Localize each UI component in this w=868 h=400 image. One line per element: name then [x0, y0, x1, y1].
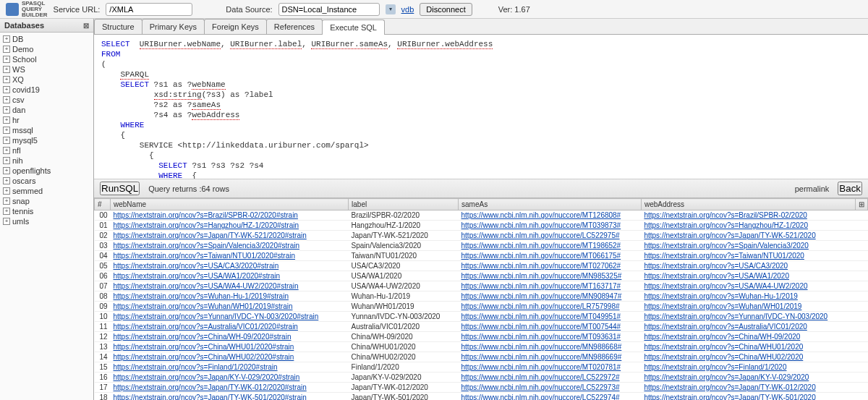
cell-webname[interactable]: https://nextstrain.org/ncov?s=USA/WA4-UW… — [111, 281, 349, 292]
cell-sameas[interactable]: https://www.ncbi.nlm.nih.gov/nuccore/MT1… — [459, 210, 642, 221]
table-row[interactable]: 15https://nextstrain.org/ncov?s=Finland/… — [95, 362, 868, 373]
cell-sameas[interactable]: https://www.ncbi.nlm.nih.gov/nuccore/MN9… — [459, 352, 642, 362]
db-item-Demo[interactable]: +Demo — [3, 44, 90, 54]
table-row[interactable]: 09https://nextstrain.org/ncov?s=Wuhan/WH… — [95, 302, 868, 312]
db-item-oscars[interactable]: +oscars — [3, 176, 90, 186]
db-item-nih[interactable]: +nih — [3, 156, 90, 166]
db-item-mysql5[interactable]: +mysql5 — [3, 135, 90, 145]
cell-webaddress[interactable]: https://nextstrain.org/ncov?s=Hangzhou/H… — [641, 221, 855, 231]
cell-webaddress[interactable]: https://nextstrain.org/ncov?s=China/WHU0… — [641, 342, 855, 352]
db-item-XQ[interactable]: +XQ — [3, 75, 90, 85]
expand-icon[interactable]: + — [3, 157, 10, 164]
db-item-hr[interactable]: +hr — [3, 115, 90, 125]
tab-structure[interactable]: Structure — [94, 19, 142, 34]
db-item-snap[interactable]: +snap — [3, 196, 90, 206]
disconnect-button[interactable]: Disconnect — [420, 3, 472, 16]
expand-icon[interactable]: + — [3, 167, 10, 174]
cell-webname[interactable]: https://nextstrain.org/ncov?s=Yunnan/IVD… — [111, 312, 349, 322]
table-row[interactable]: 04https://nextstrain.org/ncov?s=Taiwan/N… — [95, 251, 868, 261]
results-grid[interactable]: #webNamelabelsameAswebAddress⊞ 00https:/… — [94, 198, 868, 400]
cell-webname[interactable]: https://nextstrain.org/ncov?s=Australia/… — [111, 322, 349, 332]
table-row[interactable]: 07https://nextstrain.org/ncov?s=USA/WA4-… — [95, 281, 868, 292]
cell-webaddress[interactable]: https://nextstrain.org/ncov?s=USA/WA1/20… — [641, 271, 855, 281]
tab-references[interactable]: References — [266, 19, 323, 34]
table-row[interactable]: 01https://nextstrain.org/ncov?s=Hangzhou… — [95, 221, 868, 231]
expand-icon[interactable]: + — [3, 86, 10, 93]
db-item-WS[interactable]: +WS — [3, 64, 90, 75]
close-icon[interactable]: ⊠ — [83, 22, 89, 30]
data-source-input[interactable] — [278, 3, 380, 16]
table-row[interactable]: 16https://nextstrain.org/ncov?s=Japan/KY… — [95, 373, 868, 383]
expand-icon[interactable]: + — [3, 116, 10, 124]
cell-webname[interactable]: https://nextstrain.org/ncov?s=China/WHU0… — [111, 342, 349, 352]
cell-sameas[interactable]: https://www.ncbi.nlm.nih.gov/nuccore/MT0… — [459, 261, 642, 271]
cell-webaddress[interactable]: https://nextstrain.org/ncov?s=USA/WA4-UW… — [641, 281, 855, 292]
cell-webname[interactable]: https://nextstrain.org/ncov?s=Japan/KY-V… — [111, 373, 349, 383]
cell-webaddress[interactable]: https://nextstrain.org/ncov?s=China/WHU0… — [641, 352, 855, 362]
cell-sameas[interactable]: https://www.ncbi.nlm.nih.gov/nuccore/LC5… — [459, 383, 642, 393]
cell-sameas[interactable]: https://www.ncbi.nlm.nih.gov/nuccore/LR7… — [459, 302, 642, 312]
cell-webaddress[interactable]: https://nextstrain.org/ncov?s=Yunnan/IVD… — [641, 312, 855, 322]
db-item-openflights[interactable]: +openflights — [3, 166, 90, 176]
cell-sameas[interactable]: https://www.ncbi.nlm.nih.gov/nuccore/MT0… — [459, 221, 642, 231]
expand-icon[interactable]: + — [3, 218, 10, 225]
cell-webname[interactable]: https://nextstrain.org/ncov?s=USA/CA3/20… — [111, 261, 349, 271]
cell-webaddress[interactable]: https://nextstrain.org/ncov?s=Wuhan/WH01… — [641, 302, 855, 312]
cell-webname[interactable]: https://nextstrain.org/ncov?s=China/WH-0… — [111, 332, 349, 342]
db-item-umls[interactable]: +umls — [3, 216, 90, 226]
cell-webname[interactable]: https://nextstrain.org/ncov?s=Spain/Vale… — [111, 241, 349, 251]
db-item-DB[interactable]: +DB — [3, 34, 90, 44]
expand-icon[interactable]: + — [3, 187, 10, 195]
db-item-nfl[interactable]: +nfl — [3, 145, 90, 156]
expand-icon[interactable]: + — [3, 56, 10, 63]
cell-sameas[interactable]: https://www.ncbi.nlm.nih.gov/nuccore/MT1… — [459, 281, 642, 292]
db-item-csv[interactable]: +csv — [3, 95, 90, 105]
table-row[interactable]: 02https://nextstrain.org/ncov?s=Japan/TY… — [95, 231, 868, 241]
cell-webaddress[interactable]: https://nextstrain.org/ncov?s=Spain/Vale… — [641, 241, 855, 251]
cell-webname[interactable]: https://nextstrain.org/ncov?s=Brazil/SPB… — [111, 210, 349, 221]
cell-webname[interactable]: https://nextstrain.org/ncov?s=Wuhan/WH01… — [111, 302, 349, 312]
db-item-semmed[interactable]: +semmed — [3, 186, 90, 196]
col-sameAs[interactable]: sameAs — [459, 199, 642, 210]
table-row[interactable]: 14https://nextstrain.org/ncov?s=China/WH… — [95, 352, 868, 362]
expand-icon[interactable]: + — [3, 46, 10, 53]
expand-icon[interactable]: + — [3, 96, 10, 103]
cell-sameas[interactable]: https://www.ncbi.nlm.nih.gov/nuccore/MT0… — [459, 251, 642, 261]
back-button[interactable]: Back — [838, 182, 862, 195]
tab-foreign-keys[interactable]: Foreign Keys — [204, 19, 267, 34]
expand-icon[interactable]: + — [3, 106, 10, 114]
cell-webname[interactable]: https://nextstrain.org/ncov?s=Japan/TY-W… — [111, 231, 349, 241]
cell-sameas[interactable]: https://www.ncbi.nlm.nih.gov/nuccore/MT0… — [459, 332, 642, 342]
col-webName[interactable]: webName — [111, 199, 349, 210]
cell-sameas[interactable]: https://www.ncbi.nlm.nih.gov/nuccore/MT1… — [459, 241, 642, 251]
cell-sameas[interactable]: https://www.ncbi.nlm.nih.gov/nuccore/LC5… — [459, 231, 642, 241]
cell-sameas[interactable]: https://www.ncbi.nlm.nih.gov/nuccore/MT0… — [459, 322, 642, 332]
db-item-dan[interactable]: +dan — [3, 105, 90, 115]
cell-webaddress[interactable]: https://nextstrain.org/ncov?s=Japan/TY-W… — [641, 393, 855, 401]
cell-webname[interactable]: https://nextstrain.org/ncov?s=Taiwan/NTU… — [111, 251, 349, 261]
expand-icon[interactable]: + — [3, 127, 10, 134]
db-item-mssql[interactable]: +mssql — [3, 125, 90, 135]
cell-webaddress[interactable]: https://nextstrain.org/ncov?s=Brazil/SPB… — [641, 210, 855, 221]
expand-icon[interactable]: + — [3, 177, 10, 184]
cell-sameas[interactable]: https://www.ncbi.nlm.nih.gov/nuccore/MN9… — [459, 271, 642, 281]
tab-primary-keys[interactable]: Primary Keys — [142, 19, 205, 34]
table-row[interactable]: 18https://nextstrain.org/ncov?s=Japan/TY… — [95, 393, 868, 401]
service-url-input[interactable] — [106, 3, 192, 16]
table-row[interactable]: 03https://nextstrain.org/ncov?s=Spain/Va… — [95, 241, 868, 251]
vdb-link[interactable]: vdb — [401, 5, 414, 14]
cell-webaddress[interactable]: https://nextstrain.org/ncov?s=China/WH-0… — [641, 332, 855, 342]
col-num[interactable]: # — [95, 199, 111, 210]
run-sql-button[interactable]: RunSQL — [100, 182, 140, 195]
cell-webaddress[interactable]: https://nextstrain.org/ncov?s=Australia/… — [641, 322, 855, 332]
cell-webaddress[interactable]: https://nextstrain.org/ncov?s=Wuhan-Hu-1… — [641, 292, 855, 302]
table-row[interactable]: 11https://nextstrain.org/ncov?s=Australi… — [95, 322, 868, 332]
cell-webaddress[interactable]: https://nextstrain.org/ncov?s=Japan/TY-W… — [641, 383, 855, 393]
expand-icon[interactable]: + — [3, 137, 10, 144]
expand-icon[interactable]: + — [3, 35, 10, 43]
cell-webaddress[interactable]: https://nextstrain.org/ncov?s=Taiwan/NTU… — [641, 251, 855, 261]
expand-icon[interactable]: + — [3, 197, 10, 205]
cell-webname[interactable]: https://nextstrain.org/ncov?s=Finland/1/… — [111, 362, 349, 373]
table-row[interactable]: 12https://nextstrain.org/ncov?s=China/WH… — [95, 332, 868, 342]
cell-sameas[interactable]: https://www.ncbi.nlm.nih.gov/nuccore/MT0… — [459, 312, 642, 322]
